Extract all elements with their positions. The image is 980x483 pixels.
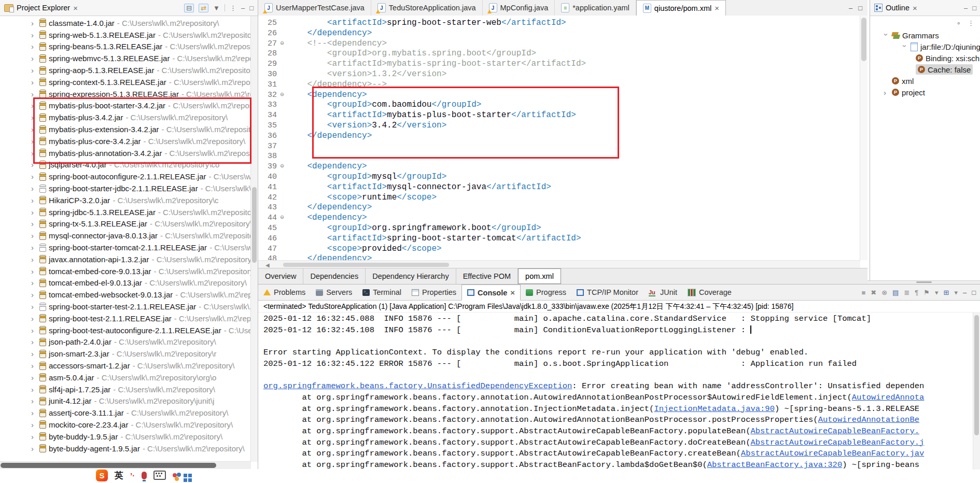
skin-icon[interactable] [173,473,177,477]
view-tab-console[interactable]: Console [461,285,521,301]
view-tab-terminal[interactable]: Terminal [357,285,407,300]
fold-marker-icon[interactable] [277,162,287,172]
outline-item-grammars[interactable]: Grammars [870,30,980,41]
explorer-item[interactable]: spring-context-5.1.3.RELEASE.jar - C:\Us… [0,76,251,88]
editor-vertical-scrollbar[interactable] [860,16,867,260]
view-tab-servers[interactable]: Servers [311,285,357,300]
explorer-item[interactable]: spring-boot-autoconfigure-2.1.1.RELEASE.… [0,171,251,182]
view-tab-tcp-ip-monitor[interactable]: TCP/IP Monitor [571,285,643,300]
editor-tab-qiustore-pom-xml[interactable]: qiustore/pom.xml [636,0,726,16]
explorer-item[interactable]: byte-buddy-1.9.5.jar - C:\Users\wlk\.m2\… [0,431,251,443]
explorer-item[interactable]: accessors-smart-1.2.jar - C:\Users\wlk\.… [0,360,251,372]
explorer-item[interactable]: spring-beans-5.1.3.RELEASE.jar - C:\User… [0,41,251,53]
outline-item-cache-false[interactable]: Cache: false [870,64,980,75]
outline-item-jar-file-d-qiuning[interactable]: jar:file:/D:/qiuning [870,41,980,52]
expand-arrow-icon[interactable] [31,173,37,180]
explorer-item[interactable]: classmate-1.4.0.jar - C:\Users\wlk\.m2\r… [0,17,251,29]
explorer-item[interactable]: mysql-connector-java-8.0.13.jar - C:\Use… [0,230,251,242]
expand-arrow-icon[interactable] [31,386,37,393]
explorer-item[interactable]: byte-buddy-agent-1.9.5.jar - C:\Users\wl… [0,443,251,454]
expand-arrow-icon[interactable] [31,102,37,109]
pin-console-icon[interactable]: ⚑ [923,289,930,296]
explorer-item[interactable]: spring-boot-test-2.1.1.RELEASE.jar - C:\… [0,312,251,324]
explorer-vertical-scrollbar[interactable] [250,16,258,462]
explorer-item[interactable]: spring-expression-5.1.3.RELEASE.jar - C:… [0,88,251,100]
close-icon[interactable] [510,288,515,297]
explorer-item[interactable]: tomcat-embed-websocket-9.0.13.jar - C:\U… [0,289,251,301]
scroll-lock-icon[interactable]: ≣ [904,289,909,296]
view-tab-coverage[interactable]: Coverage [682,285,737,300]
expand-arrow-icon[interactable] [31,90,37,98]
expand-arrow-icon[interactable] [31,374,37,381]
scroll-left-icon[interactable] [258,262,270,268]
editor-tab-tedustoreapplication-java[interactable]: TeduStoreApplication.java [371,0,483,16]
pom-page-tab-overview[interactable]: Overview [258,268,303,284]
explorer-item[interactable]: mybatis-plus-boot-starter-3.4.2.jar - C:… [0,100,251,112]
explorer-item[interactable]: spring-boot-starter-tomcat-2.1.1.RELEASE… [0,242,251,253]
expand-arrow-icon[interactable] [31,421,37,429]
console-vertical-scrollbar[interactable] [973,312,980,470]
maximize-icon[interactable]: □ [972,289,976,296]
minimize-icon[interactable]: – [849,5,852,11]
open-console-icon[interactable]: ⊞ [943,289,949,296]
explorer-item[interactable]: json-path-2.4.0.jar - C:\Users\wlk\.m2\r… [0,336,251,348]
expand-arrow-icon[interactable] [31,255,37,263]
explorer-item[interactable]: jsqlparser-4.0.jar - C:\Users\wlk\.m2\re… [0,159,251,171]
pom-page-tab-effective-pom[interactable]: Effective POM [456,268,518,284]
expand-arrow-icon[interactable] [31,137,37,145]
explorer-item[interactable]: tomcat-embed-el-9.0.13.jar - C:\Users\wl… [0,277,251,289]
expand-arrow-icon[interactable] [884,89,889,96]
expand-arrow-icon[interactable] [31,338,37,346]
close-icon[interactable] [73,4,78,12]
expand-arrow-icon[interactable] [31,196,37,204]
link-with-editor-icon[interactable]: ⇄ [199,4,208,12]
expand-arrow-icon[interactable] [31,409,37,417]
close-icon[interactable] [913,4,917,12]
expand-arrow-icon[interactable] [31,220,37,228]
stacktrace-link[interactable]: org.springframework.beans.factory.Unsati… [263,381,572,391]
remove-all-launches-icon[interactable]: ⊗ [881,289,887,296]
open-console-menu-icon[interactable]: ▾ [954,289,958,296]
outline-item-binding-xsi-sch[interactable]: Binding: xsi:sch [870,52,980,64]
view-tab-junit[interactable]: JUnit [643,285,682,300]
fold-marker-icon[interactable] [277,213,287,223]
expand-arrow-icon[interactable] [31,19,37,27]
stacktrace-link[interactable]: AbstractAutowireCapableBeanFactory.j [750,438,924,447]
expand-arrow-icon[interactable] [31,161,37,168]
view-tab-progress[interactable]: Progress [521,285,571,300]
expand-arrow-icon[interactable] [31,303,37,310]
expand-arrow-icon[interactable] [901,45,909,50]
explorer-item[interactable]: mybatis-plus-annotation-3.4.2.jar - C:\U… [0,147,251,159]
stacktrace-link[interactable]: AbstractAutowireCapableBeanFactory.jav [741,449,924,458]
minimize-icon[interactable]: – [964,5,968,11]
filter-icon[interactable]: ▼ [213,5,220,11]
explorer-item[interactable]: json-smart-2.3.jar - C:\Users\wlk\.m2\re… [0,348,251,360]
maximize-icon[interactable]: □ [249,5,254,11]
explorer-item[interactable]: javax.annotation-api-1.3.2.jar - C:\User… [0,253,251,265]
expand-arrow-icon[interactable] [31,42,37,50]
close-icon[interactable] [715,4,719,12]
punctuation-mode-button[interactable]: ’· [130,471,135,480]
explorer-item[interactable]: spring-aop-5.1.3.RELEASE.jar - C:\Users\… [0,64,251,76]
expand-arrow-icon[interactable] [31,279,37,287]
explorer-item[interactable]: slf4j-api-1.7.25.jar - C:\Users\wlk\.m2\… [0,383,251,395]
explorer-item[interactable]: spring-boot-test-autoconfigure-2.1.1.REL… [0,324,251,336]
view-menu-icon[interactable]: ⋮ [230,5,236,11]
expand-arrow-icon[interactable] [31,315,37,322]
explorer-item[interactable]: spring-tx-5.1.3.RELEASE.jar - C:\Users\w… [0,218,251,230]
pom-page-tab-dependencies[interactable]: Dependencies [303,268,366,284]
expand-arrow-icon[interactable] [31,232,37,239]
stacktrace-link[interactable]: InjectionMetadata.java:90 [654,404,775,414]
display-selected-console-icon[interactable]: ▾ [935,289,939,296]
expand-arrow-icon[interactable] [31,54,37,62]
expand-arrow-icon[interactable] [31,125,37,133]
sogou-logo-icon[interactable]: S [96,470,108,481]
outline-item-xml[interactable]: xml [870,75,980,87]
expand-arrow-icon[interactable] [31,445,37,452]
expand-arrow-icon[interactable] [31,326,37,334]
focus-icon[interactable]: ∘ [957,20,961,26]
view-tab-properties[interactable]: Properties [407,285,461,300]
minimize-icon[interactable]: – [241,5,245,11]
explorer-item[interactable]: junit-4.12.jar - C:\Users\wlk\.m2\reposi… [0,395,251,407]
explorer-item[interactable]: tomcat-embed-core-9.0.13.jar - C:\Users\… [0,265,251,277]
